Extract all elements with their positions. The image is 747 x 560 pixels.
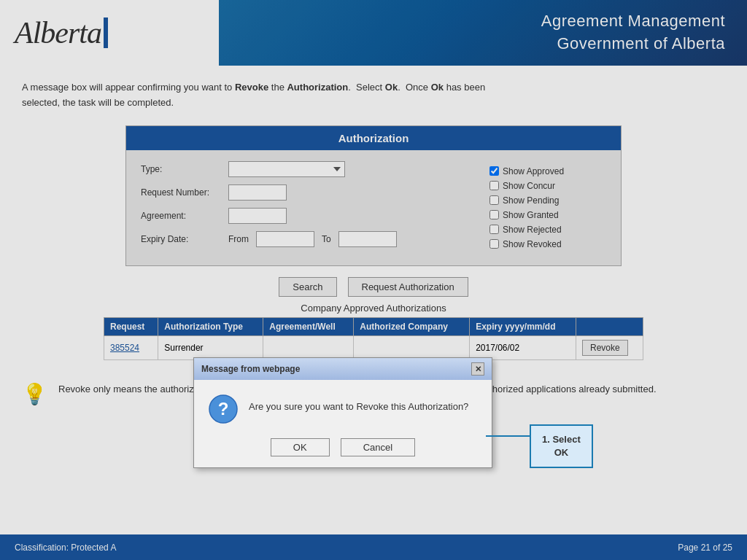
callout-container: 1. Select OK [530,424,593,468]
modal-buttons-row: OK Cancel [194,435,492,467]
modal-cancel-button[interactable]: Cancel [341,438,415,456]
modal-question-icon: ? [209,394,238,424]
modal-overlay: Message from webpage ✕ ? Are you sure yo… [0,0,747,560]
callout-box: 1. Select OK [530,424,593,468]
callout-line1: 1. Select [542,434,581,445]
modal-ok-button[interactable]: OK [271,438,330,456]
modal-header: Message from webpage ✕ [194,358,492,380]
modal-close-button[interactable]: ✕ [471,362,484,376]
callout-line [486,435,530,437]
modal-message: Are you sure you want to Revoke this Aut… [249,394,468,413]
svg-text:?: ? [218,399,229,419]
modal-title: Message from webpage [201,364,300,374]
modal-dialog: Message from webpage ✕ ? Are you sure yo… [193,357,492,468]
callout-line2: OK [554,447,569,458]
modal-body: ? Are you sure you want to Revoke this A… [194,380,492,435]
